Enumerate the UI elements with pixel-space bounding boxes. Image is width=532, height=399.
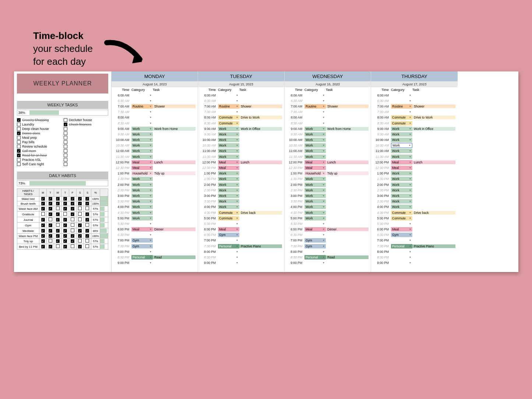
category-dropdown[interactable]: Work▼	[304, 155, 326, 159]
category-dropdown[interactable]: Work▼	[391, 194, 412, 198]
time-slot[interactable]: 8:30 PM▼	[198, 254, 284, 260]
time-slot[interactable]: 8:00 AMCommute▼Drive to Work	[371, 115, 458, 120]
task-cell[interactable]: Practive Piano	[412, 244, 455, 248]
category-dropdown[interactable]: Personal▼	[391, 244, 412, 248]
task-cell[interactable]: Lunch	[326, 160, 369, 164]
time-slot[interactable]: 12:00 PMMeal▼Lunch	[198, 159, 284, 165]
task-item[interactable]	[64, 144, 108, 149]
task-item[interactable]	[64, 153, 108, 158]
time-slot[interactable]: 9:30 AMWork▼	[112, 131, 198, 137]
habit-checkbox[interactable]: ✓	[84, 201, 91, 206]
time-slot[interactable]: 6:30 AM▼	[112, 98, 198, 103]
task-item[interactable]	[64, 135, 108, 140]
habit-checkbox[interactable]	[69, 217, 76, 223]
time-slot[interactable]: 8:00 PM▼	[285, 249, 371, 254]
habit-checkbox[interactable]: ✓	[69, 234, 76, 239]
task-checkbox[interactable]	[17, 140, 21, 144]
time-slot[interactable]: 11:00 AMWork▼	[371, 148, 458, 154]
time-slot[interactable]: 1:00 PMHousehold▼Tidy up	[112, 171, 198, 176]
task-cell[interactable]: Shower	[153, 105, 195, 108]
category-dropdown[interactable]: ▼	[304, 94, 326, 97]
habit-checkbox[interactable]: ✓	[76, 234, 84, 239]
time-slot[interactable]: 7:30 PMPersonal▼Practive Piano	[198, 243, 284, 249]
category-dropdown[interactable]: ▼	[304, 122, 326, 125]
category-dropdown[interactable]: Routine▼	[391, 104, 412, 109]
time-slot[interactable]: 12:00 PMMeal▼Lunch	[112, 159, 198, 165]
habit-checkbox[interactable]	[47, 217, 54, 223]
category-dropdown[interactable]: ▼	[131, 110, 153, 113]
habit-checkbox[interactable]: ✓	[47, 201, 54, 206]
category-dropdown[interactable]: Meal▼	[391, 160, 412, 165]
category-dropdown[interactable]: ▼	[391, 110, 412, 113]
task-checkbox[interactable]: ✓	[64, 123, 67, 126]
habit-checkbox[interactable]: ✓	[76, 201, 84, 206]
time-slot[interactable]: 1:30 PMWork▼	[198, 176, 284, 182]
time-slot[interactable]: 6:00 PMMeal▼	[198, 227, 284, 232]
task-checkbox[interactable]: ✓	[17, 131, 21, 135]
category-dropdown[interactable]: Work▼	[131, 188, 153, 193]
category-dropdown[interactable]: Gym▼	[131, 238, 153, 243]
category-dropdown[interactable]: ▼	[218, 256, 239, 259]
category-dropdown[interactable]: Commute▼	[391, 115, 412, 120]
time-slot[interactable]: 3:30 PMWork▼	[112, 199, 198, 204]
time-slot[interactable]: 4:30 PMCommute▼Drive back	[198, 210, 284, 215]
category-dropdown[interactable]: ▼	[131, 261, 153, 264]
habit-checkbox[interactable]: ✓	[39, 239, 47, 244]
time-slot[interactable]: 9:00 AMWork▼Work from Home	[112, 126, 198, 131]
time-slot[interactable]: 11:00 AMWork▼	[112, 148, 198, 154]
task-item[interactable]: Meal prep	[17, 135, 61, 140]
category-dropdown[interactable]: Work▼	[304, 149, 326, 153]
task-item[interactable]: ✓Read for an hour	[17, 153, 61, 158]
time-slot[interactable]: 3:30 PMWork▼	[371, 199, 458, 204]
category-dropdown[interactable]: Work▼	[131, 194, 153, 198]
habit-checkbox[interactable]: ✓	[39, 201, 47, 206]
time-slot[interactable]: 11:30 AMWork▼	[371, 154, 458, 159]
habit-checkbox[interactable]: ✓	[76, 223, 84, 228]
task-item[interactable]	[64, 158, 108, 162]
time-slot[interactable]: 1:00 PMWork▼	[198, 171, 284, 176]
category-dropdown[interactable]: Work▼	[131, 205, 153, 209]
category-dropdown[interactable]: Work▼	[218, 199, 239, 204]
task-cell[interactable]: Work from Home	[326, 127, 369, 131]
category-dropdown[interactable]: ▼	[391, 250, 412, 253]
time-slot[interactable]: 5:30 PM▼	[371, 221, 458, 226]
category-dropdown[interactable]: Work▼	[131, 199, 153, 204]
category-dropdown[interactable]: ▼	[218, 94, 239, 97]
task-checkbox[interactable]	[64, 131, 67, 135]
task-checkbox[interactable]: ✓	[17, 153, 21, 157]
category-dropdown[interactable]: Work▼	[391, 171, 412, 176]
category-dropdown[interactable]: Work▼	[304, 216, 326, 220]
habit-checkbox[interactable]: ✓	[47, 244, 54, 250]
category-dropdown[interactable]: Commute▼	[391, 216, 412, 220]
habit-checkbox[interactable]: ✓	[39, 197, 47, 201]
time-slot[interactable]: 8:30 AM▼	[112, 120, 198, 126]
category-dropdown[interactable]: ▼	[218, 110, 239, 113]
habit-checkbox[interactable]: ✓	[69, 239, 76, 244]
time-slot[interactable]: 7:30 AM▼	[285, 109, 371, 115]
category-dropdown[interactable]: Work▼	[391, 183, 412, 187]
time-slot[interactable]: 5:00 PMCommute▼	[198, 215, 284, 221]
category-dropdown[interactable]: Work▼	[391, 127, 412, 131]
category-dropdown[interactable]: Work▼	[304, 138, 326, 142]
time-slot[interactable]: 10:30 AMWork▼	[112, 143, 198, 148]
category-dropdown[interactable]: ▼	[304, 250, 326, 253]
task-checkbox[interactable]	[64, 149, 67, 153]
habit-checkbox[interactable]: ✓	[84, 212, 91, 217]
category-dropdown[interactable]: ▼	[391, 94, 412, 97]
category-dropdown[interactable]: Work▼	[391, 188, 412, 193]
category-dropdown[interactable]: Commute▼	[218, 115, 239, 120]
time-slot[interactable]: 5:30 PM▼	[198, 221, 284, 226]
time-slot[interactable]: 7:00 PMGym▼	[112, 238, 198, 243]
habit-checkbox[interactable]	[84, 223, 91, 228]
time-slot[interactable]: 2:30 PMWork▼	[198, 187, 284, 193]
task-checkbox[interactable]	[64, 136, 67, 140]
habit-checkbox[interactable]: ✓	[69, 201, 76, 206]
habit-checkbox[interactable]: ✓	[39, 228, 47, 234]
task-item[interactable]	[64, 131, 108, 135]
time-slot[interactable]: 10:00 AMWork▼	[371, 137, 458, 143]
habit-checkbox[interactable]: ✓	[76, 197, 84, 201]
time-slot[interactable]: 3:00 PMWork▼	[198, 193, 284, 198]
category-dropdown[interactable]: ▼	[131, 250, 153, 253]
category-dropdown[interactable]: Work▼	[304, 205, 326, 209]
time-slot[interactable]: 2:30 PMWork▼	[371, 187, 458, 193]
